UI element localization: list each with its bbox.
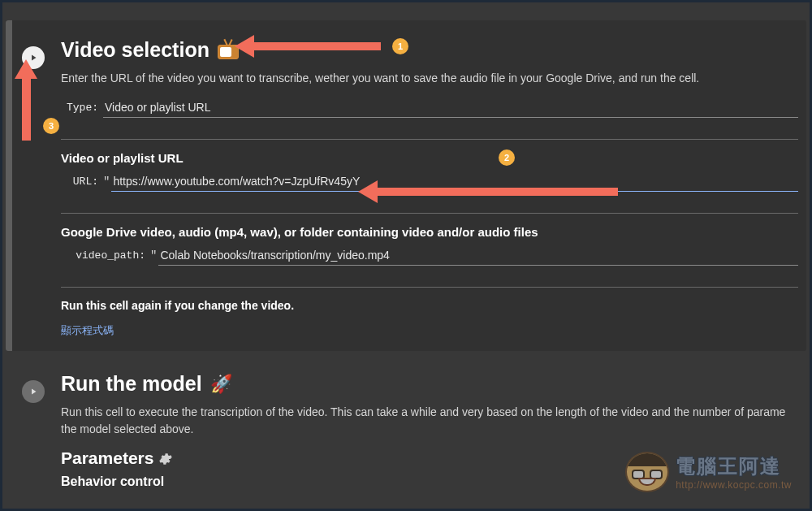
tv-icon: [218, 41, 239, 59]
cell-video-selection: Video selection Enter the URL of the vid…: [6, 20, 806, 351]
type-input[interactable]: [103, 97, 798, 118]
section-intro: Enter the URL of the video you want to t…: [61, 70, 798, 86]
divider: [61, 213, 798, 214]
rerun-note: Run this cell again if you change the vi…: [61, 299, 798, 312]
drive-section-label: Google Drive video, audio (mp4, wav), or…: [61, 225, 798, 239]
cell-run-model: Run the model 🚀 Run this cell to execute…: [6, 362, 806, 507]
parameters-heading: Parameters: [61, 448, 798, 468]
title-text: Video selection: [61, 38, 209, 62]
behavior-heading: Behavior control: [61, 474, 798, 489]
url-label: URL:: [61, 175, 103, 188]
run-cell-button[interactable]: [22, 46, 45, 69]
section-desc: Run this cell to execute the transcripti…: [61, 404, 798, 437]
section-title: Run the model 🚀: [61, 372, 798, 396]
type-label: Type:: [61, 102, 103, 114]
title-text: Run the model: [61, 372, 202, 396]
rocket-icon: 🚀: [210, 374, 232, 395]
url-input[interactable]: [111, 171, 798, 192]
show-code-link[interactable]: 顯示程式碼: [61, 323, 114, 338]
url-row: URL: ": [61, 171, 798, 195]
videopath-label: video_path:: [61, 249, 150, 262]
section-title: Video selection: [61, 38, 798, 62]
quote: ": [150, 249, 158, 262]
url-section-label: Video or playlist URL: [61, 151, 798, 165]
cell-gutter: [6, 20, 12, 351]
divider: [61, 287, 798, 288]
gear-icon: [158, 448, 173, 467]
videopath-input[interactable]: [158, 245, 798, 266]
videopath-row: video_path: ": [61, 245, 798, 269]
divider: [61, 139, 798, 140]
type-row: Type:: [61, 97, 798, 121]
quote: ": [103, 175, 111, 188]
